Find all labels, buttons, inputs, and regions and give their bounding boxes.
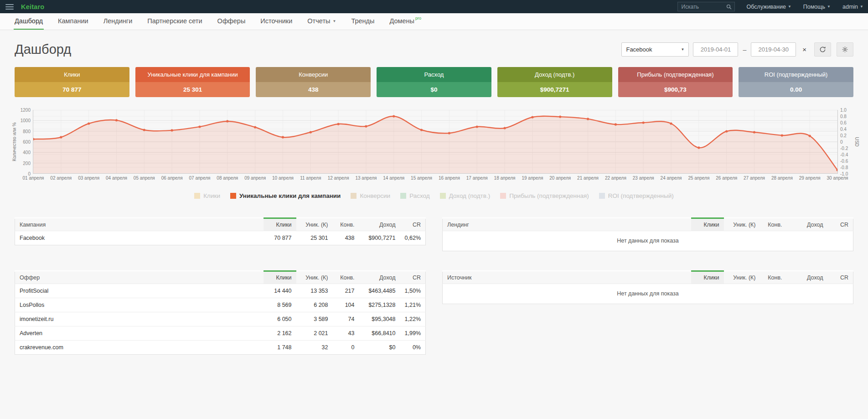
column-header-1[interactable]: Клики <box>264 271 296 284</box>
y-tick-right: -0.8 <box>840 165 848 170</box>
legend-item-3[interactable]: Расход <box>400 192 430 199</box>
nav-item-3[interactable]: Партнерские сети <box>146 13 203 30</box>
row-value-cell: 1,99% <box>400 326 426 341</box>
date-to-input[interactable] <box>751 42 796 57</box>
nav-item-2[interactable]: Лендинги <box>103 13 134 30</box>
stat-card-label: Доход (подтв.) <box>497 67 612 82</box>
campaign-filter-select[interactable]: Facebook ▼ <box>621 42 689 57</box>
legend-item-1[interactable]: Уникальные клики для кампании <box>230 192 341 199</box>
nav-item-6[interactable]: Отчеты▼ <box>306 13 337 30</box>
column-header-2[interactable]: Уник. (К) <box>724 218 760 231</box>
row-name-cell: imonetizeit.ru <box>15 312 264 326</box>
help-menu[interactable]: Помощь▼ <box>803 4 831 10</box>
nav-item-label: Офферы <box>217 17 246 25</box>
legend-swatch <box>599 193 605 199</box>
chart-y-axis-left: 120010008006004002000 <box>17 110 33 174</box>
app-logo[interactable]: Keitaro <box>21 3 44 10</box>
column-header-4[interactable]: Доход <box>359 218 400 231</box>
stat-card-value: $900,73 <box>618 82 733 97</box>
search-icon[interactable] <box>726 4 732 10</box>
column-header-0[interactable]: Кампания <box>15 218 264 231</box>
help-menu-label: Помощь <box>803 4 825 10</box>
legend-item-2[interactable]: Конверсии <box>351 192 390 199</box>
x-tick-label: 13 апреля <box>355 176 377 181</box>
legend-label: ROI (подтвержденный) <box>608 192 674 199</box>
search-input[interactable] <box>682 4 722 10</box>
y-tick-right: 0.8 <box>840 114 847 119</box>
y-tick-right: -0.4 <box>840 152 848 157</box>
column-header-4[interactable]: Доход <box>787 271 828 284</box>
legend-item-6[interactable]: ROI (подтвержденный) <box>599 192 674 199</box>
legend-item-0[interactable]: Клики <box>194 192 220 199</box>
topbar-right: Обслуживание▼ Помощь▼ admin▼ <box>677 2 863 11</box>
legend-item-4[interactable]: Доход (подтв.) <box>440 192 491 199</box>
x-tick-label: 19 апреля <box>522 176 543 181</box>
column-header-2[interactable]: Уник. (К) <box>724 271 760 284</box>
column-header-0[interactable]: Источник <box>443 271 691 284</box>
nav-item-label: Лендинги <box>103 17 133 25</box>
x-tick-label: 17 апреля <box>466 176 488 181</box>
legend-label: Расход <box>409 192 430 199</box>
column-header-5[interactable]: CR <box>400 218 426 231</box>
maintenance-menu[interactable]: Обслуживание▼ <box>747 4 791 10</box>
column-header-5[interactable]: CR <box>400 271 426 284</box>
empty-row: Нет данных для показа <box>443 231 853 251</box>
settings-button[interactable] <box>837 42 853 57</box>
x-tick-label: 27 апреля <box>744 176 765 181</box>
stat-card-value: 25 301 <box>135 82 250 97</box>
table-row: LosPollos8 5696 208104$275,13281,21% <box>15 298 426 312</box>
column-header-2[interactable]: Уник. (К) <box>296 271 333 284</box>
table-row: crakrevenue.com1 748320$00% <box>15 341 426 355</box>
column-header-0[interactable]: Оффер <box>15 271 264 284</box>
stat-card-label: Клики <box>15 67 129 82</box>
column-header-3[interactable]: Конв. <box>760 218 787 231</box>
column-header-2[interactable]: Уник. (К) <box>296 218 333 231</box>
legend-item-5[interactable]: Прибыль (подтвержденная) <box>500 192 589 199</box>
column-header-3[interactable]: Конв. <box>760 271 787 284</box>
nav-item-5[interactable]: Источники <box>259 13 293 30</box>
nav-item-1[interactable]: Кампании <box>57 13 89 30</box>
row-value-cell: $275,1328 <box>359 298 400 312</box>
x-tick-label: 10 апреля <box>272 176 294 181</box>
column-header-1[interactable]: Клики <box>691 218 724 231</box>
table-row: Facebook70 87725 301438$900,72710,62% <box>15 231 426 245</box>
column-header-1[interactable]: Клики <box>691 271 724 284</box>
nav-item-8[interactable]: Доменыpro <box>388 13 422 30</box>
legend-swatch <box>194 193 200 199</box>
date-from-input[interactable] <box>693 42 738 57</box>
chart-plot-area[interactable]: 01 апреля02 апреля03 апреля04 апреля05 а… <box>33 110 838 182</box>
legend-swatch <box>440 193 446 199</box>
chart-y-axis-title-right: USD <box>853 110 860 174</box>
stat-card-2: Конверсии438 <box>256 67 371 97</box>
column-header-1[interactable]: Клики <box>264 218 296 231</box>
column-header-5[interactable]: CR <box>828 218 853 231</box>
nav-item-7[interactable]: Тренды <box>350 13 375 30</box>
row-value-cell: 6 208 <box>296 298 333 312</box>
legend-swatch <box>400 193 406 199</box>
user-menu[interactable]: admin▼ <box>842 4 863 10</box>
row-value-cell: 0,62% <box>400 231 426 245</box>
nav-item-label: Домены <box>389 17 414 25</box>
x-tick-label: 04 апреля <box>106 176 127 181</box>
column-header-5[interactable]: CR <box>828 271 853 284</box>
stat-card-label: Конверсии <box>256 67 371 82</box>
column-header-3[interactable]: Конв. <box>333 218 359 231</box>
column-header-0[interactable]: Лендинг <box>443 218 691 231</box>
column-header-4[interactable]: Доход <box>359 271 400 284</box>
nav-item-label: Дашборд <box>15 17 43 25</box>
y-tick-right: 0.6 <box>840 120 847 125</box>
refresh-button[interactable] <box>814 42 831 57</box>
x-tick-label: 28 апреля <box>771 176 793 181</box>
main-nav: ДашбордКампанииЛендингиПартнерские сетиО… <box>0 13 868 30</box>
clear-filter-button[interactable]: × <box>800 46 809 53</box>
row-value-cell: 217 <box>333 284 359 298</box>
nav-item-4[interactable]: Офферы <box>217 13 247 30</box>
x-tick-label: 18 апреля <box>494 176 516 181</box>
stat-card-value: 438 <box>256 82 371 97</box>
menu-icon[interactable] <box>5 4 14 10</box>
nav-item-0[interactable]: Дашборд <box>14 13 44 30</box>
column-header-3[interactable]: Конв. <box>333 271 359 284</box>
stat-card-1: Уникальные клики для кампании25 301 <box>135 67 250 97</box>
table-header-row: ЛендингКликиУник. (К)Конв.ДоходCR <box>443 218 853 231</box>
column-header-4[interactable]: Доход <box>787 218 828 231</box>
